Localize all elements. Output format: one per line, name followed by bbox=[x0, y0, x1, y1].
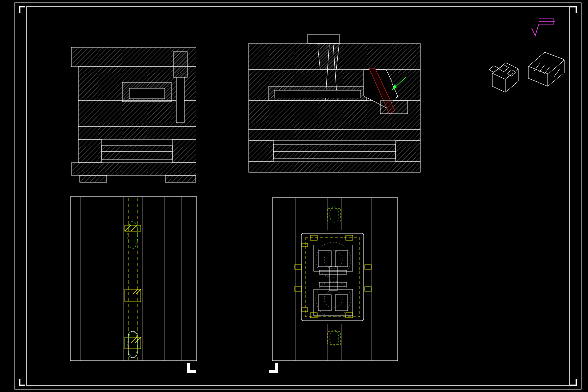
support-plate-bb bbox=[249, 129, 420, 140]
spacer-right-bb bbox=[396, 140, 420, 162]
locating-ring bbox=[308, 34, 339, 43]
guide-bushing bbox=[173, 52, 187, 77]
spacer-right bbox=[172, 139, 196, 163]
core-insert-plate bbox=[301, 233, 364, 321]
moving-clamp-plate bbox=[71, 163, 196, 175]
support-plate bbox=[78, 126, 196, 139]
foot-right bbox=[165, 175, 196, 182]
slide-block bbox=[380, 101, 408, 114]
cad-drawing-page bbox=[0, 0, 588, 392]
ejector-plate-bb bbox=[273, 151, 396, 159]
moving-clamp-plate-bb bbox=[249, 162, 420, 172]
molding-cavity-bb bbox=[274, 90, 361, 98]
guide-pillar bbox=[176, 77, 184, 122]
cad-assembly-drawing bbox=[0, 0, 588, 392]
spacer-left bbox=[78, 139, 102, 163]
ejector-plate bbox=[102, 152, 172, 160]
ejector-retainer-bb bbox=[273, 144, 396, 151]
spacer-left-bb bbox=[249, 140, 273, 162]
ejector-retainer-plate bbox=[102, 145, 172, 152]
foot-left bbox=[80, 175, 107, 182]
section-view-bb bbox=[249, 34, 420, 172]
molding-cavity bbox=[129, 88, 165, 99]
